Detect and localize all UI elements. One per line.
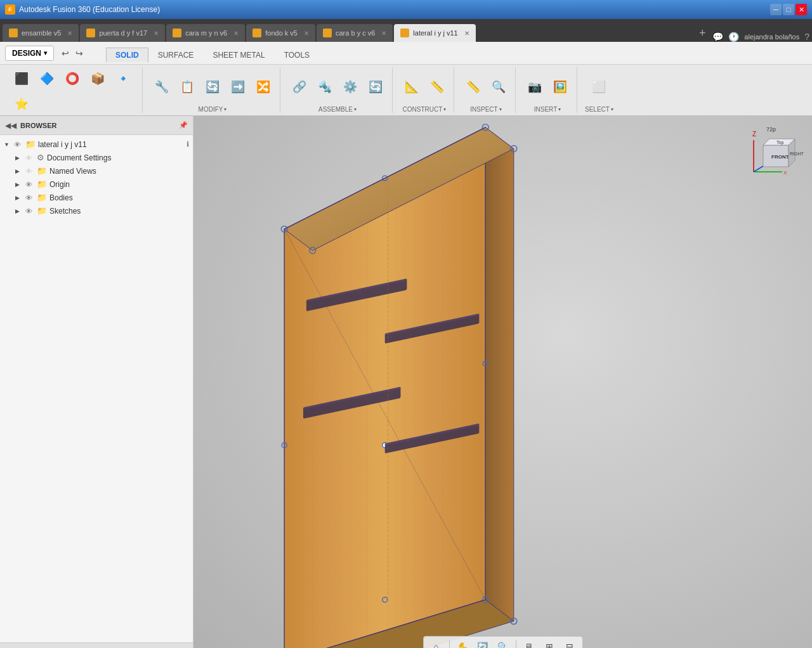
info-icon[interactable]: ℹ: [187, 140, 189, 148]
tab-lateral[interactable]: lateral i y j v11 ✕: [394, 24, 475, 42]
window-controls[interactable]: ─ □ ✕: [770, 4, 807, 15]
new-tab-button[interactable]: +: [693, 24, 711, 42]
orbit-button[interactable]: 🔄: [474, 638, 492, 648]
grid-settings-button[interactable]: ⊞: [540, 638, 558, 648]
tool-button-modify-1[interactable]: 📋: [176, 75, 199, 98]
tool-button-modify-3[interactable]: ➡️: [226, 75, 249, 98]
toolbar-area: DESIGN ▾ ↩ ↪ SOLIDSURFACESHEET METALTOOL…: [0, 42, 812, 116]
tab-folder-icon: [9, 29, 18, 37]
tool-button-create-2[interactable]: ⭕: [61, 67, 84, 90]
browser-item-named_views[interactable]: ▶ 👁 📁 Named Views: [0, 164, 193, 178]
tool-button-modify-4[interactable]: 🔀: [252, 75, 275, 98]
expand-arrow-icon[interactable]: ▶: [15, 208, 23, 214]
tab-label: fondo k v5: [265, 29, 298, 37]
tool-button-create-0[interactable]: ⬛: [10, 67, 33, 90]
tool-button-create-1[interactable]: 🔷: [36, 67, 58, 90]
visibility-icon[interactable]: 👁: [25, 181, 34, 188]
tool-button-inspect-0[interactable]: 📏: [462, 75, 485, 98]
tool-button-construct-1[interactable]: 📏: [426, 75, 449, 98]
viewport[interactable]: Z X FRONT Top RIGHT 72p ⌂ ✋: [193, 116, 812, 648]
tool-button-modify-2[interactable]: 🔄: [201, 75, 224, 98]
tool-button-inspect-1[interactable]: 🔍: [487, 75, 510, 98]
browser-pin-button[interactable]: 📌: [179, 121, 188, 129]
tab-close-button[interactable]: ✕: [233, 30, 239, 37]
root-arrow-icon: ▼: [4, 141, 11, 148]
tool-button-create-5[interactable]: ⭐: [10, 93, 33, 115]
group-label-text: ASSEMBLE: [318, 106, 353, 113]
tool-button-assemble-1[interactable]: 🔩: [313, 75, 336, 98]
group-label-insert[interactable]: INSERT▾: [534, 106, 561, 113]
tool-button-assemble-0[interactable]: 🔗: [288, 75, 311, 98]
mode-tab-sheet_metal[interactable]: SHEET METAL: [203, 48, 274, 62]
expand-arrow-icon[interactable]: ▶: [15, 155, 23, 161]
bottom-toolbar: ⌂ ✋ 🔄 🔍 🖥 ⊞ ⊟: [423, 636, 583, 648]
visibility-icon[interactable]: 👁: [25, 207, 34, 215]
chevron-down-icon: ▾: [558, 107, 561, 112]
visibility-icon[interactable]: 👁: [25, 194, 34, 202]
mode-tabs: SOLIDSURFACESHEET METALTOOLS: [101, 44, 324, 62]
tool-button-insert-0[interactable]: 📷: [523, 75, 546, 98]
tool-button-select-0[interactable]: ⬜: [587, 75, 610, 98]
group-label-assemble[interactable]: ASSEMBLE▾: [318, 106, 357, 113]
browser-title: BROWSER: [20, 122, 175, 129]
tool-button-modify-0[interactable]: 🔧: [150, 75, 173, 98]
tool-group-modify: 🔧📋🔄➡️🔀MODIFY▾: [145, 67, 280, 113]
expand-arrow-icon[interactable]: ▶: [15, 168, 23, 174]
item-label: Named Views: [49, 167, 96, 176]
tab-folder-icon: [252, 29, 261, 37]
zoom-button[interactable]: 🔍: [494, 638, 512, 648]
close-button[interactable]: ✕: [796, 4, 807, 15]
fit-home-button[interactable]: ⌂: [428, 638, 445, 648]
tool-button-assemble-2[interactable]: ⚙️: [339, 75, 362, 98]
tab-close-button[interactable]: ✕: [464, 30, 469, 37]
tab-cara_b[interactable]: cara b y c v6 ✕: [317, 24, 393, 42]
expand-arrow-icon[interactable]: ▶: [15, 195, 23, 201]
item-label: Bodies: [49, 193, 73, 202]
group-label-construct[interactable]: CONSTRUCT▾: [403, 106, 447, 113]
tool-group-assemble: 🔗🔩⚙️🔄ASSEMBLE▾: [283, 67, 393, 113]
mode-tab-tools[interactable]: TOOLS: [275, 48, 319, 62]
tab-close-button[interactable]: ✕: [67, 30, 72, 37]
tool-button-assemble-3[interactable]: 🔄: [364, 75, 387, 98]
tool-button-construct-0[interactable]: 📐: [400, 75, 423, 98]
history-icon[interactable]: 🕐: [728, 32, 739, 42]
toolbar-top: DESIGN ▾ ↩ ↪ SOLIDSURFACESHEET METALTOOL…: [0, 42, 812, 65]
tab-puerta_d[interactable]: puerta d y f v17 ✕: [80, 24, 165, 42]
tab-close-button[interactable]: ✕: [304, 30, 309, 37]
tab-close-button[interactable]: ✕: [381, 30, 386, 37]
pan-button[interactable]: ✋: [454, 638, 471, 648]
eye-icon[interactable]: 👁: [14, 141, 23, 148]
redo-button[interactable]: ↪: [73, 47, 86, 60]
tool-button-create-3[interactable]: 📦: [86, 67, 109, 90]
minimize-button[interactable]: ─: [770, 4, 782, 15]
maximize-button[interactable]: □: [783, 4, 794, 15]
mode-tab-solid[interactable]: SOLID: [106, 48, 148, 62]
group-label-text: MODIFY: [199, 106, 223, 113]
group-label-inspect[interactable]: INSPECT▾: [470, 106, 501, 113]
browser-item-bodies[interactable]: ▶ 👁 📁 Bodies: [0, 191, 193, 204]
group-label-modify[interactable]: MODIFY▾: [199, 106, 227, 113]
browser-root-item[interactable]: ▼ 👁 📁 lateral i y j v11 ℹ: [0, 138, 193, 151]
help-icon[interactable]: ?: [804, 32, 809, 42]
view-cube[interactable]: Z X FRONT Top RIGHT 72p: [747, 121, 804, 178]
tab-ensamble[interactable]: ensamble v5 ✕: [3, 24, 79, 42]
browser-item-sketches[interactable]: ▶ 👁 📁 Sketches: [0, 204, 193, 217]
tool-group-inspect: 📏🔍INSPECT▾: [457, 67, 516, 113]
tab-close-button[interactable]: ✕: [154, 30, 159, 37]
browser-item-origin[interactable]: ▶ 👁 📁 Origin: [0, 178, 193, 191]
tool-button-insert-1[interactable]: 🖼️: [549, 75, 572, 98]
display-settings-button[interactable]: 🖥: [520, 638, 538, 648]
undo-button[interactable]: ↩: [59, 47, 72, 60]
notification-icon[interactable]: 💬: [712, 32, 723, 42]
mode-tab-surface[interactable]: SURFACE: [148, 48, 204, 62]
browser-collapse-button[interactable]: ◀◀: [5, 121, 16, 130]
browser-item-document_settings[interactable]: ▶ 👁 ⚙ Document Settings: [0, 151, 193, 164]
tab-cara_m[interactable]: cara m y n v6 ✕: [166, 24, 245, 42]
group-label-text: SELECT: [585, 106, 610, 113]
expand-arrow-icon[interactable]: ▶: [15, 181, 23, 188]
tab-fondo_k[interactable]: fondo k v5 ✕: [246, 24, 315, 42]
tool-button-create-4[interactable]: 🔹: [112, 67, 134, 90]
group-label-select[interactable]: SELECT▾: [585, 106, 613, 113]
view-options-button[interactable]: ⊟: [561, 638, 579, 648]
design-menu-button[interactable]: DESIGN ▾: [5, 46, 54, 61]
